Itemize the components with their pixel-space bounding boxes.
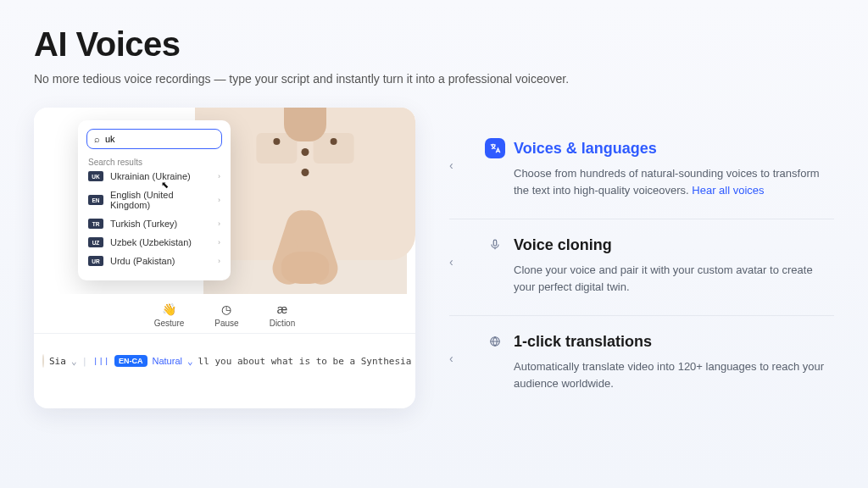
search-results-header: Search results	[86, 158, 222, 167]
lang-code-badge: UZ	[88, 237, 103, 247]
language-search-box[interactable]: ⌕	[86, 129, 222, 149]
chevron-right-icon: ›	[218, 172, 220, 180]
lang-code-badge: UK	[88, 171, 103, 181]
feature-title: 1-click translations	[514, 333, 652, 351]
search-result-item[interactable]: UZ Uzbek (Uzbekistan) ›	[86, 233, 222, 252]
search-result-item[interactable]: EN English (United Kingdom) ›	[86, 186, 222, 214]
lang-label: Uzbek (Uzbekistan)	[110, 237, 211, 247]
chevron-right-icon: ›	[218, 196, 220, 204]
gesture-icon: 👋	[162, 302, 176, 316]
gesture-label: Gesture	[154, 319, 185, 328]
voice-editor-card: ⌕ Search results UK Ukrainian (Ukraine) …	[34, 108, 415, 408]
language-tag[interactable]: EN-CA	[114, 355, 147, 367]
search-result-item[interactable]: UR Urdu (Pakistan) ›	[86, 252, 222, 270]
pause-label: Pause	[214, 319, 238, 328]
feature-translations[interactable]: ‹ 1-click translations Automatically tra…	[449, 316, 834, 412]
lang-label: Urdu (Pakistan)	[110, 256, 211, 266]
search-icon: ⌕	[94, 134, 100, 144]
svg-rect-0	[493, 240, 497, 246]
lang-label: Turkish (Turkey)	[110, 219, 211, 229]
language-search-input[interactable]	[105, 134, 214, 144]
pause-tool[interactable]: ◷ Pause	[214, 302, 238, 328]
dropdown-icon[interactable]: ⌄	[71, 356, 77, 367]
dropdown-icon[interactable]: ⌄	[187, 356, 193, 367]
language-search-panel: ⌕ Search results UK Ukrainian (Ukraine) …	[78, 120, 231, 280]
diction-icon: æ	[277, 302, 287, 316]
avatar-illustration	[203, 108, 407, 294]
hear-all-voices-link[interactable]: Hear all voices	[692, 184, 764, 197]
lang-code-badge: TR	[88, 219, 103, 229]
chevron-left-icon[interactable]: ‹	[449, 158, 453, 172]
feature-description: Automatically translate video into 120+ …	[485, 358, 827, 391]
mouse-cursor-icon: ⬉	[161, 180, 169, 191]
feature-title: Voices & languages	[514, 140, 657, 158]
globe-icon	[485, 331, 505, 352]
feature-description: Clone your voice and pair it with your c…	[485, 262, 827, 295]
lang-label: English (United Kingdom)	[110, 190, 211, 210]
search-result-item[interactable]: TR Turkish (Turkey) ›	[86, 214, 222, 233]
lang-code-badge: EN	[88, 195, 103, 205]
editor-inline-toolbar: 👋 Gesture ◷ Pause æ Diction	[34, 294, 415, 334]
voice-avatar-thumb[interactable]	[42, 354, 44, 368]
chevron-left-icon[interactable]: ‹	[449, 255, 453, 269]
pause-icon: ◷	[221, 302, 231, 316]
avatar-preview: ⌕ Search results UK Ukrainian (Ukraine) …	[34, 108, 415, 294]
feature-title: Voice cloning	[514, 236, 612, 254]
voice-wave-icon[interactable]: ❘❘❘	[92, 356, 109, 367]
page-title: AI Voices	[34, 25, 834, 64]
page-subtitle: No more tedious voice recordings — type …	[34, 72, 834, 86]
features-list: ‹ Voices & languages Choose from hundred…	[449, 108, 834, 412]
chevron-right-icon: ›	[218, 219, 220, 228]
feature-voices-languages[interactable]: ‹ Voices & languages Choose from hundred…	[449, 123, 834, 219]
voice-style[interactable]: Natural	[153, 356, 182, 366]
diction-label: Diction	[270, 319, 296, 328]
microphone-icon	[485, 235, 505, 255]
feature-description: Choose from hundreds of natural-sounding…	[485, 165, 827, 198]
divider: |	[82, 356, 88, 367]
search-result-item[interactable]: UK Ukrainian (Ukraine) ›	[86, 167, 222, 186]
lang-code-badge: UR	[88, 256, 103, 266]
feature-voice-cloning[interactable]: ‹ Voice cloning Clone your voice and pai…	[449, 219, 834, 316]
diction-tool[interactable]: æ Diction	[270, 302, 296, 328]
chevron-right-icon: ›	[218, 238, 220, 247]
script-text[interactable]: ll you about what is to be a Synthesia a…	[198, 356, 415, 367]
script-row[interactable]: Sia ⌄ | ❘❘❘ EN-CA Natural ⌄ ll you about…	[34, 334, 415, 368]
voice-name[interactable]: Sia	[49, 356, 66, 367]
gesture-tool[interactable]: 👋 Gesture	[154, 302, 185, 328]
translate-icon	[485, 138, 505, 158]
chevron-right-icon: ›	[218, 257, 220, 265]
chevron-left-icon[interactable]: ‹	[449, 352, 453, 365]
